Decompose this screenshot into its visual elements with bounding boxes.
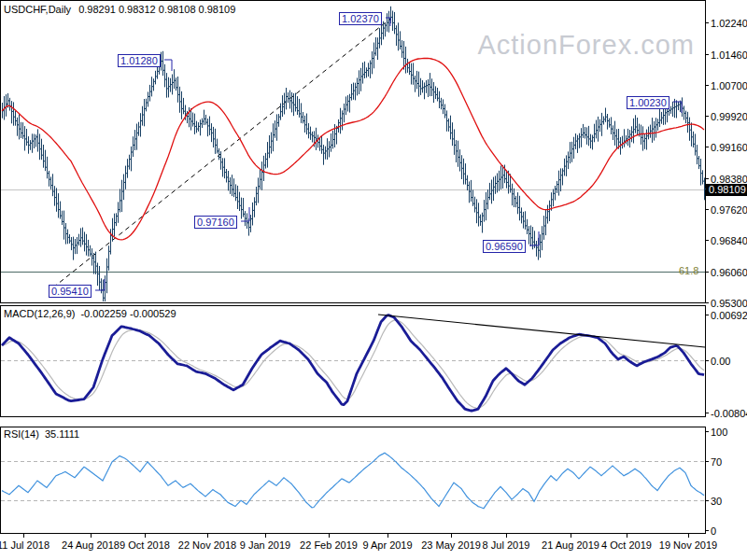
price-axis-label: 1.00700 [711,80,747,91]
ohlc-values: 0.98291 0.98312 0.98108 0.98109 [78,4,235,15]
fib-618-label: 61.8 [679,265,698,276]
date-label: 22 Feb 2019 [300,539,358,551]
date-label: 22 Nov 2018 [178,539,236,551]
price-axis-label: 0.97620 [711,204,747,216]
rsi-label: RSI(14) [4,428,39,440]
watermark: ActionForex.com [477,30,695,61]
date-label: 9 Oct 2018 [120,539,170,551]
macd-label: MACD(12,26,9) [4,308,75,319]
chart-canvas [0,0,747,560]
macd-axis-label: 0.006927 [711,310,747,321]
price-annotation: 1.00230 [627,96,669,109]
macd-axis-label: 0.00 [711,356,730,367]
macd-axis-label: -0.008049 [711,408,747,419]
price-annotation: 0.95410 [49,285,92,298]
price-axis-label: 0.95300 [711,298,747,309]
macd-values: -0.002259 -0.000529 [80,308,176,319]
macd-trendline [378,315,705,347]
date-label: 9 Jan 2019 [240,539,290,551]
price-annotation: 1.01280 [118,54,161,67]
price-axis-label: 1.02240 [711,18,747,29]
symbol-title: USDCHF,Daily0.98291 0.98312 0.98108 0.98… [4,4,243,15]
price-axis-label: 0.96840 [711,235,747,246]
date-label: 9 Apr 2019 [362,539,412,551]
rsi-indicator-title: RSI(14)35.1111 [4,428,85,440]
price-annotation: 0.97160 [194,216,237,229]
annotation-connector [164,60,172,71]
date-label: 23 May 2019 [421,539,481,551]
date-label: 8 Jul 2019 [483,539,530,551]
price-axis-label: 0.99920 [711,111,747,122]
date-label: 21 Aug 2019 [542,539,599,551]
price-axis-label: 0.99160 [711,142,747,153]
rsi-axis-label: 0 [711,525,716,537]
price-trendline-dashed [53,19,390,287]
date-label: 4 Oct 2019 [601,539,652,551]
rsi-axis-label: 30 [711,496,722,507]
date-label: 19 Nov 2019 [659,539,717,551]
current-price-badge: 0.98109 [706,184,747,196]
symbol-name: USDCHF,Daily [4,4,71,15]
date-label: 24 Aug 2018 [62,539,120,551]
price-axis-label: 0.96060 [711,267,747,278]
price-annotation: 1.02370 [339,12,382,25]
price-annotation: 0.96590 [483,240,526,253]
rsi-panel-border [1,427,706,534]
date-label: 11 Jul 2018 [0,539,49,551]
rsi-values: 35.1111 [45,428,79,440]
macd-indicator-title: MACD(12,26,9)-0.002259 -0.000529 [4,308,182,319]
rsi-axis-label: 70 [711,456,722,468]
macd-signal-line [2,320,704,408]
price-axis-label: 1.01460 [711,49,747,61]
rsi-axis-label: 100 [711,427,727,438]
usdchf-daily-chart: USDCHF,Daily0.98291 0.98312 0.98108 0.98… [0,0,747,560]
